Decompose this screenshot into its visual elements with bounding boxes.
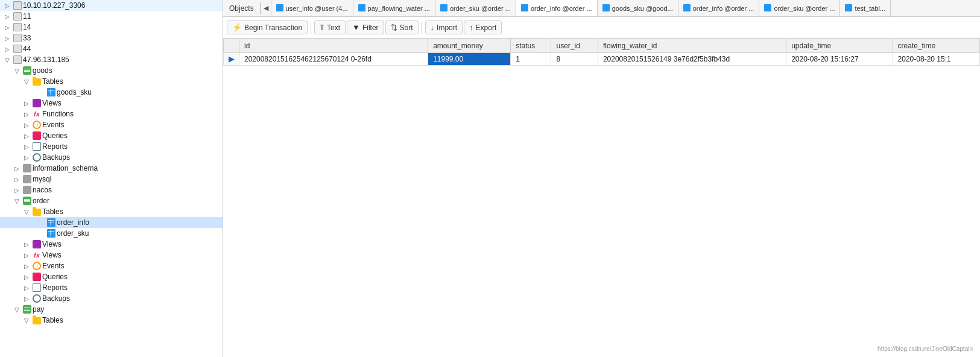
sidebar-item-queries-order[interactable]: ▷ Queries xyxy=(0,271,223,282)
cell-user-id[interactable]: 8 xyxy=(551,53,598,66)
cell-create-time[interactable]: 2020-08-20 15:1 xyxy=(893,53,979,66)
tab-test-tabl[interactable]: test_tabl... xyxy=(840,0,891,17)
table-icon xyxy=(46,218,57,227)
sidebar-item-server-5[interactable]: ▷ 44 xyxy=(0,43,223,54)
database-icon xyxy=(22,305,33,314)
sidebar-item-db-nacos[interactable]: ▷ nacos xyxy=(0,185,223,195)
sidebar-item-db-pay[interactable]: ▽ pay xyxy=(0,304,223,315)
queries-icon xyxy=(31,131,42,140)
sidebar-item-table-order-info[interactable]: ▷ order_info xyxy=(0,217,223,228)
sidebar-item-queries-goods[interactable]: ▷ Queries xyxy=(0,130,223,141)
cell-amount-money[interactable]: 11999.00 xyxy=(428,53,511,66)
tab-order-info-active[interactable]: order_info @order ... xyxy=(516,0,598,17)
cell-status[interactable]: 1 xyxy=(511,53,551,66)
tab-pay-flowing-water[interactable]: pay_flowing_water ... xyxy=(353,0,435,17)
database-gray-icon xyxy=(22,175,33,183)
data-table: id amount_money status user_id flowing_w… xyxy=(223,39,980,66)
col-header-flowing-water-id[interactable]: flowing_water_id xyxy=(598,39,786,53)
server-icon xyxy=(12,45,23,53)
sort-button[interactable]: ⇅ Sort xyxy=(385,21,419,34)
sidebar-item-db-goods[interactable]: ▽ goods xyxy=(0,65,223,76)
folder-icon xyxy=(31,208,42,215)
sidebar-item-backups-order[interactable]: ▷ Backups xyxy=(0,293,223,304)
sidebar-item-server-2[interactable]: ▷ 11 xyxy=(0,11,223,22)
col-header-amount-money[interactable]: amount_money xyxy=(428,39,511,53)
table-row[interactable]: ▶ 20200820151625462125670124 0-26fd 1199… xyxy=(224,53,980,66)
server-icon xyxy=(12,1,23,10)
queries-icon xyxy=(31,273,42,281)
data-table-container: id amount_money status user_id flowing_w… xyxy=(223,39,980,357)
events-icon xyxy=(31,262,42,270)
cell-id[interactable]: 20200820151625462125670124 0-26fd xyxy=(239,53,428,66)
toolbar: ⚡ Begin Transaction T Text ▼ Filter ⇅ So… xyxy=(223,17,980,39)
tab-nav-prev[interactable]: ◀ xyxy=(261,0,271,17)
main-panel: Objects ◀ user_info @user (4... pay_flow… xyxy=(223,0,980,357)
begin-transaction-icon: ⚡ xyxy=(232,23,242,32)
toolbar-separator-2 xyxy=(422,22,422,34)
tabs-bar: Objects ◀ user_info @user (4... pay_flow… xyxy=(223,0,980,17)
sidebar-item-server-6[interactable]: ▽ 47.96.131.185 xyxy=(0,54,223,65)
sidebar-item-functions-goods[interactable]: ▷ fx Functions xyxy=(0,109,223,119)
sidebar-item-tables-pay[interactable]: ▽ Tables xyxy=(0,315,223,326)
cell-flowing-water-id[interactable]: 20200820151526149 3e76d2f5b3fb43d xyxy=(598,53,786,66)
views-icon xyxy=(31,240,42,248)
sidebar-item-db-order[interactable]: ▽ order xyxy=(0,195,223,206)
sidebar: ▷ 10.10.10.227_3306 ▷ 11 ▷ 14 ▷ 33 ▷ 44 … xyxy=(0,0,223,357)
backups-icon xyxy=(31,153,42,162)
tab-order-info-2[interactable]: order_info @order ... xyxy=(678,0,760,17)
watermark: https://blog.csdn.ne/JineOldCaptain xyxy=(877,346,973,352)
filter-button[interactable]: ▼ Filter xyxy=(347,21,384,34)
sidebar-item-db-information-schema[interactable]: ▷ information_schema xyxy=(0,163,223,174)
sidebar-item-events-goods[interactable]: ▷ Events xyxy=(0,119,223,130)
col-header-rowmarker xyxy=(224,39,239,53)
server-icon xyxy=(12,23,23,31)
sidebar-item-reports-order[interactable]: ▷ Reports xyxy=(0,282,223,293)
functions-icon: fx xyxy=(31,251,42,259)
sidebar-item-views-goods[interactable]: ▷ Views xyxy=(0,98,223,109)
begin-transaction-button[interactable]: ⚡ Begin Transaction xyxy=(227,21,308,34)
sidebar-item-table-goods-sku[interactable]: ▷ goods_sku xyxy=(0,87,223,98)
sidebar-item-table-order-sku[interactable]: ▷ order_sku xyxy=(0,228,223,239)
col-header-user-id[interactable]: user_id xyxy=(551,39,598,53)
tab-order-sku-2[interactable]: order_sku @order ... xyxy=(759,0,840,17)
col-header-status[interactable]: status xyxy=(511,39,551,53)
sidebar-item-tables-goods[interactable]: ▽ Tables xyxy=(0,76,223,87)
server-icon xyxy=(12,12,23,21)
sidebar-item-server-3[interactable]: ▷ 14 xyxy=(0,22,223,33)
sidebar-item-views-order[interactable]: ▷ Views xyxy=(0,239,223,250)
cell-update-time[interactable]: 2020-08-20 15:16:27 xyxy=(786,53,893,66)
table-icon xyxy=(46,88,57,96)
tab-goods-sku[interactable]: goods_sku @good... xyxy=(598,0,678,17)
reports-icon xyxy=(31,142,42,151)
sidebar-item-db-mysql[interactable]: ▷ mysql xyxy=(0,174,223,185)
server-icon xyxy=(12,55,23,64)
text-button[interactable]: T Text xyxy=(314,21,346,34)
col-header-id[interactable]: id xyxy=(239,39,428,53)
import-button[interactable]: ↓ Import xyxy=(425,21,463,34)
backups-icon xyxy=(31,294,42,303)
col-header-update-time[interactable]: update_time xyxy=(786,39,893,53)
tab-user-info[interactable]: user_info @user (4... xyxy=(271,0,353,17)
folder-icon xyxy=(31,317,42,324)
tab-objects[interactable]: Objects xyxy=(223,2,261,14)
sidebar-item-tables-order[interactable]: ▽ Tables xyxy=(0,206,223,217)
col-header-create-time[interactable]: create_time xyxy=(893,39,979,53)
sort-icon: ⇅ xyxy=(391,23,397,32)
sidebar-item-events-order[interactable]: ▷ Events xyxy=(0,261,223,271)
sidebar-item-reports-goods[interactable]: ▷ Reports xyxy=(0,141,223,152)
import-icon: ↓ xyxy=(431,23,435,32)
database-gray-icon xyxy=(22,164,33,172)
sidebar-item-server-4[interactable]: ▷ 33 xyxy=(0,33,223,43)
functions-icon: fx xyxy=(31,110,42,118)
events-icon xyxy=(31,121,42,129)
sidebar-item-functions-order[interactable]: ▷ fx Views xyxy=(0,250,223,261)
views-icon xyxy=(31,99,42,107)
table-icon xyxy=(46,229,57,238)
export-button[interactable]: ↑ Export xyxy=(464,21,502,34)
row-marker: ▶ xyxy=(224,53,239,66)
text-icon: T xyxy=(320,23,324,32)
sidebar-item-backups-goods[interactable]: ▷ Backups xyxy=(0,152,223,163)
sidebar-item-server-1[interactable]: ▷ 10.10.10.227_3306 xyxy=(0,0,223,11)
database-icon xyxy=(22,66,33,75)
tab-order-sku-1[interactable]: order_sku @order ... xyxy=(435,0,516,17)
